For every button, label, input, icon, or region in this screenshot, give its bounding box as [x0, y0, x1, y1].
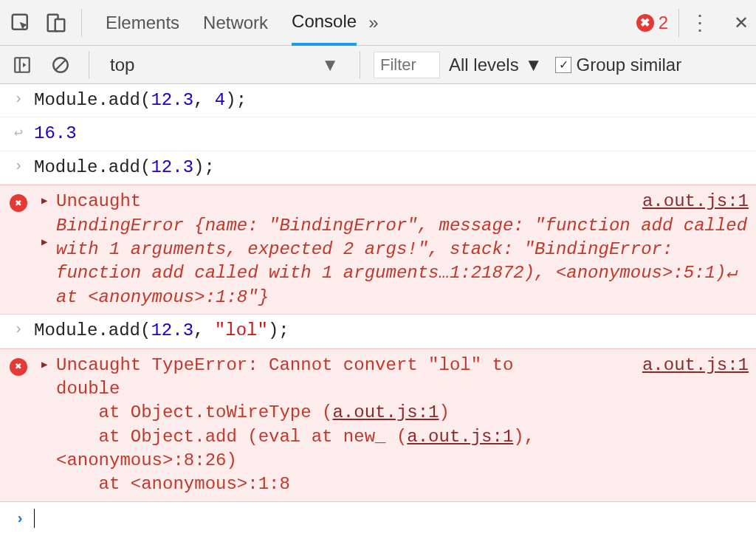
number: 12.3	[151, 320, 193, 340]
prompt-icon: ›	[7, 509, 32, 527]
source-link[interactable]: a.out.js:1	[407, 427, 513, 447]
tab-network[interactable]: Network	[203, 0, 268, 45]
code: ,	[193, 90, 215, 110]
console-input[interactable]	[32, 508, 35, 528]
code: );	[193, 157, 215, 177]
code: );	[268, 320, 289, 340]
svg-line-7	[56, 60, 66, 69]
output-prompt-icon: ↩	[6, 122, 31, 142]
separator	[81, 9, 82, 37]
error-count: 2	[659, 13, 668, 33]
close-icon[interactable]: ✕	[734, 13, 749, 33]
console-result[interactable]: 16.3	[31, 122, 749, 145]
group-similar-toggle[interactable]: ✓ Group similar	[555, 55, 681, 75]
source-link[interactable]: a.out.js:1	[642, 190, 749, 213]
svg-marker-5	[23, 62, 26, 67]
error-icon: ✖	[636, 14, 654, 32]
string: "lol"	[215, 320, 268, 340]
code: Module.add(	[34, 157, 151, 177]
separator	[89, 51, 89, 79]
disclosure-triangle-icon[interactable]: ▶	[41, 194, 47, 208]
group-similar-label: Group similar	[576, 55, 681, 75]
stack-line: <anonymous>:8:26)	[56, 450, 237, 470]
console-input-row: › Module.add(12.3, "lol");	[0, 315, 756, 348]
kebab-menu-icon[interactable]: ⋮	[690, 10, 712, 35]
show-console-sidebar-icon[interactable]	[7, 50, 37, 80]
svg-rect-3	[15, 58, 30, 72]
separator	[678, 9, 679, 37]
error-icon: ✖	[10, 358, 27, 376]
context-selector[interactable]: top ▼	[103, 51, 346, 79]
source-link[interactable]: a.out.js:1	[642, 354, 749, 377]
disclosure-triangle-icon[interactable]: ▶	[41, 358, 47, 372]
input-prompt-icon: ›	[6, 89, 31, 107]
console-expression[interactable]: Module.add(12.3);	[31, 156, 749, 179]
console-input-row: › Module.add(12.3, 4);	[0, 84, 756, 117]
more-tabs-icon[interactable]: »	[368, 13, 378, 33]
tab-console[interactable]: Console	[292, 0, 357, 46]
log-levels-label: All levels	[449, 55, 519, 75]
stack-line: at <anonymous>:1:8	[56, 474, 290, 494]
code: ,	[193, 320, 215, 340]
error-count-badge[interactable]: ✖ 2	[636, 13, 668, 33]
error-head: Uncaught TypeError: Cannot convert "lol"…	[56, 355, 513, 375]
context-label: top	[110, 55, 134, 75]
error-body: BindingError {name: "BindingError", mess…	[56, 216, 747, 307]
error-icon: ✖	[10, 194, 27, 212]
console-input-row: › Module.add(12.3);	[0, 151, 756, 185]
console-prompt-row[interactable]: ›	[0, 502, 756, 534]
input-prompt-icon: ›	[6, 319, 31, 337]
number: 4	[215, 90, 225, 110]
console-result-row: ↩ 16.3	[0, 117, 756, 151]
inspect-element-icon[interactable]	[6, 8, 35, 38]
separator	[360, 51, 360, 79]
console-toolbar: top ▼ All levels ▼ ✓ Group similar	[0, 46, 756, 84]
panel-tabs: Elements Network Console	[106, 0, 357, 45]
console-error-row: ✖ a.out.js:1 ▶ Uncaught TypeError: Canno…	[0, 349, 756, 502]
stack-line: at Object.toWireType (	[56, 402, 332, 422]
console-error-row: ✖ a.out.js:1 ▶ Uncaught ▶ BindingError {…	[0, 185, 756, 315]
code: Module.add(	[34, 90, 151, 110]
error-line: double	[56, 379, 120, 399]
error-message[interactable]: a.out.js:1 ▶ Uncaught TypeError: Cannot …	[31, 354, 749, 497]
svg-rect-2	[55, 19, 65, 31]
stack-line: )	[439, 402, 450, 422]
devtools-tabbar: Elements Network Console » ✖ 2 ⋮ ✕	[0, 0, 756, 46]
error-head: Uncaught	[56, 191, 141, 211]
number: 12.3	[151, 90, 193, 110]
code: Module.add(	[34, 320, 151, 340]
stack-line: ),	[513, 427, 535, 447]
filter-input[interactable]	[374, 52, 440, 78]
error-message[interactable]: a.out.js:1 ▶ Uncaught ▶ BindingError {na…	[31, 190, 749, 309]
log-levels-selector[interactable]: All levels ▼	[449, 55, 542, 75]
tab-elements[interactable]: Elements	[106, 0, 179, 45]
console-output: › Module.add(12.3, 4); ↩ 16.3 › Module.a…	[0, 84, 756, 534]
code: );	[225, 90, 247, 110]
clear-console-icon[interactable]	[46, 50, 75, 80]
text-caret	[34, 509, 35, 528]
stack-line: at Object.add (eval at new_ (	[56, 427, 407, 447]
number: 12.3	[151, 157, 193, 177]
device-toolbar-icon[interactable]	[41, 8, 71, 38]
disclosure-triangle-icon[interactable]: ▶	[41, 236, 47, 250]
number: 16.3	[34, 123, 77, 143]
checkbox-checked-icon: ✓	[555, 57, 571, 73]
console-expression[interactable]: Module.add(12.3, "lol");	[31, 319, 749, 343]
chevron-down-icon: ▼	[321, 55, 339, 75]
console-expression[interactable]: Module.add(12.3, 4);	[31, 89, 749, 112]
source-link[interactable]: a.out.js:1	[332, 402, 439, 422]
input-prompt-icon: ›	[6, 156, 31, 174]
chevron-down-icon: ▼	[525, 55, 543, 75]
